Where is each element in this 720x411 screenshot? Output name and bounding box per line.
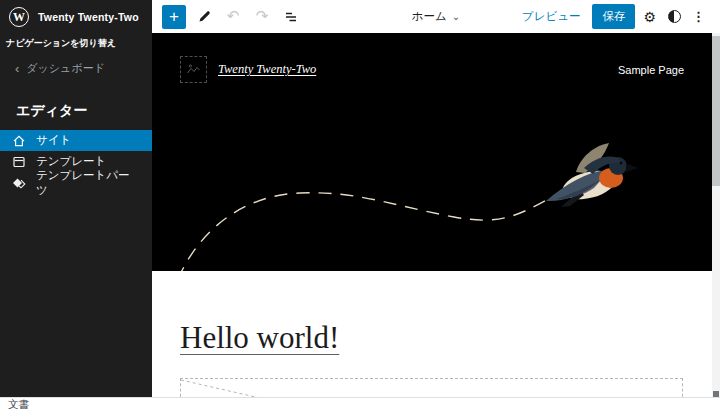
back-to-dashboard-label: ダッシュボード <box>26 61 105 76</box>
breadcrumb[interactable]: 文書 <box>8 398 29 411</box>
list-view-icon <box>283 9 299 25</box>
sidebar-item-template-parts[interactable]: テンプレートパーツ <box>0 172 152 193</box>
sidebar-item-site[interactable]: サイト <box>0 130 152 151</box>
wordpress-logo-icon[interactable]: W <box>9 7 29 27</box>
sidebar-item-label: サイト <box>36 133 71 148</box>
sidebar-site-name: Twenty Twenty-Two <box>38 11 139 23</box>
editor-statusbar: 文書 <box>0 397 720 411</box>
sidebar-item-label: テンプレートパーツ <box>36 168 140 198</box>
post-title[interactable]: Hello world! <box>180 320 339 356</box>
back-to-dashboard-link[interactable]: ‹ ダッシュボード <box>0 52 152 80</box>
tools-button[interactable] <box>193 5 215 29</box>
save-button[interactable]: 保存 <box>592 4 635 29</box>
toolbar-right-group: プレビュー 保存 ⚙ ⋮ <box>514 4 720 29</box>
site-logo-placeholder[interactable] <box>180 56 207 83</box>
block-inserter-button[interactable]: + <box>162 5 186 29</box>
toggle-navigation-label[interactable]: ナビゲーションを切り替え <box>0 31 152 52</box>
more-options-button[interactable]: ⋮ <box>689 7 708 26</box>
editor-canvas-content[interactable]: Hello world! <box>152 271 712 397</box>
template-icon <box>12 155 26 169</box>
document-title: ホーム <box>412 9 447 24</box>
canvas-site-title[interactable]: Twenty Twenty-Two <box>218 62 316 77</box>
pencil-icon <box>197 9 212 24</box>
scrollbar-thumb[interactable] <box>712 36 720 186</box>
chevron-down-icon: ⌄ <box>452 14 460 20</box>
back-chevron-icon: ‹ <box>15 64 19 74</box>
styles-button[interactable] <box>664 8 685 25</box>
sidebar-logo-row: W Twenty Twenty-Two <box>0 0 152 31</box>
template-parts-icon <box>12 176 26 190</box>
site-header: Twenty Twenty-Two Sample Page <box>180 56 684 83</box>
toolbar-left-group: + ↶ ↷ <box>152 5 302 29</box>
header-nav-sample-page[interactable]: Sample Page <box>618 64 684 76</box>
featured-image-placeholder[interactable] <box>180 378 683 397</box>
redo-button[interactable]: ↷ <box>251 5 273 29</box>
editor-toolbar: ホーム ⌄ + ↶ ↷ プレビュー 保存 ⚙ ⋮ <box>152 0 720 33</box>
dashed-flight-path <box>178 193 550 271</box>
settings-button[interactable]: ⚙ <box>639 7 660 27</box>
placeholder-diagonal <box>181 379 684 397</box>
bird-illustration <box>546 143 638 207</box>
undo-button[interactable]: ↶ <box>222 5 244 29</box>
home-icon <box>12 134 26 148</box>
list-view-button[interactable] <box>280 5 302 29</box>
admin-sidebar: W Twenty Twenty-Two ナビゲーションを切り替え ‹ ダッシュボ… <box>0 0 152 397</box>
editor-canvas-header[interactable]: Twenty Twenty-Two Sample Page <box>152 33 712 271</box>
canvas-scrollbar[interactable] <box>712 33 720 397</box>
document-title-dropdown[interactable]: ホーム ⌄ <box>412 9 460 24</box>
styles-contrast-icon <box>668 10 681 23</box>
editor-section-heading: エディター <box>0 80 152 130</box>
preview-button[interactable]: プレビュー <box>514 5 589 28</box>
image-placeholder-icon <box>186 62 201 77</box>
